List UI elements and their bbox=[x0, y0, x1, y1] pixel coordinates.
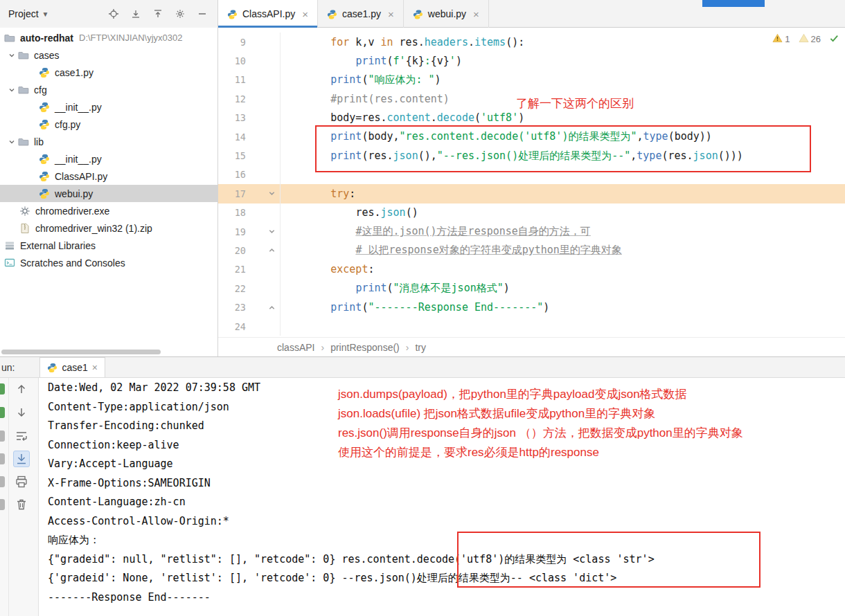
tree-item-init-py[interactable]: __init__.py bbox=[0, 98, 217, 116]
tree-item-webui-py[interactable]: webui.py bbox=[0, 185, 217, 202]
tab-close-icon[interactable]: × bbox=[92, 362, 98, 373]
gutter-line-19[interactable]: 19 bbox=[218, 222, 281, 241]
code-text[interactable]: #print(res.content) bbox=[281, 93, 450, 105]
editor-code-region[interactable]: 9 for k,v in res.headers.items():10 prin… bbox=[218, 28, 845, 337]
code-line-21[interactable]: 21 except: bbox=[218, 260, 845, 279]
gutter-line-15[interactable]: 15 bbox=[218, 146, 281, 165]
tree-item-label: chromedriver_win32 (1).zip bbox=[35, 223, 152, 234]
scroll-to-end-icon[interactable] bbox=[13, 451, 30, 467]
editor-tab-webui-py[interactable]: webui.py× bbox=[404, 0, 489, 28]
run-tab-case1[interactable]: case1 × bbox=[39, 357, 105, 377]
clear-all-trash-icon[interactable] bbox=[13, 496, 30, 513]
code-line-9[interactable]: 9 for k,v in res.headers.items(): bbox=[218, 33, 845, 51]
gutter-line-18[interactable]: 18 bbox=[218, 203, 281, 222]
code-text[interactable]: res.json() bbox=[281, 206, 418, 219]
next-occurrence-icon[interactable] bbox=[13, 404, 30, 421]
breadcrumb-item-printresponse[interactable]: printResponse() bbox=[330, 342, 400, 353]
code-line-17[interactable]: 17 try: bbox=[218, 184, 845, 203]
gutter-line-9[interactable]: 9 bbox=[218, 33, 281, 51]
settings-gear-icon[interactable] bbox=[175, 8, 186, 19]
line-number: 13 bbox=[218, 112, 246, 123]
tree-item-lib[interactable]: lib bbox=[0, 133, 217, 150]
gutter-line-24[interactable]: 24 bbox=[218, 317, 281, 336]
expand-all-icon[interactable] bbox=[130, 8, 141, 19]
gutter-line-23[interactable]: 23 bbox=[218, 298, 281, 316]
gutter-line-20[interactable]: 20 bbox=[218, 241, 281, 260]
code-text[interactable]: print("-------Response End-------") bbox=[281, 301, 549, 314]
line-number: 9 bbox=[218, 37, 246, 48]
tab-close-icon[interactable]: × bbox=[388, 9, 394, 19]
code-text[interactable]: print("响应体为: ") bbox=[281, 73, 441, 87]
editor-tab-case1-py[interactable]: case1.py× bbox=[318, 0, 404, 28]
fold-region-icon[interactable] bbox=[246, 190, 280, 197]
collapse-all-icon[interactable] bbox=[152, 8, 163, 19]
gutter-line-16[interactable]: 16 bbox=[218, 165, 281, 184]
gutter-line-11[interactable]: 11 bbox=[218, 71, 281, 89]
external-window-artifact bbox=[702, 0, 765, 7]
fold-end-icon[interactable] bbox=[246, 304, 280, 311]
pin-tab-icon[interactable] bbox=[0, 476, 5, 487]
tree-item-chromedriver-exe[interactable]: chromedriver.exe bbox=[0, 202, 217, 219]
fold-region-icon[interactable] bbox=[246, 228, 280, 235]
gutter-line-10[interactable]: 10 bbox=[218, 51, 281, 70]
project-horizontal-scrollbar[interactable] bbox=[1, 350, 161, 354]
prev-occurrence-icon[interactable] bbox=[13, 381, 30, 397]
expand-arrow-icon[interactable] bbox=[6, 86, 18, 94]
line-number: 16 bbox=[218, 169, 246, 180]
run-icon[interactable] bbox=[0, 407, 5, 418]
project-tool-title[interactable]: Project ▼ bbox=[0, 8, 48, 19]
close-tab-icon[interactable] bbox=[0, 499, 5, 510]
gutter-line-21[interactable]: 21 bbox=[218, 260, 281, 279]
locate-icon[interactable] bbox=[108, 8, 119, 19]
tab-close-icon[interactable]: × bbox=[473, 9, 479, 19]
python-icon bbox=[39, 67, 50, 78]
code-line-19[interactable]: 19 #这里的.json()方法是response自身的方法，可 bbox=[218, 222, 845, 241]
editor-tab-classapi-py[interactable]: ClassAPI.py× bbox=[218, 0, 318, 28]
code-text[interactable]: for k,v in res.headers.items(): bbox=[281, 36, 524, 48]
code-line-22[interactable]: 22 print("消息体不是json格式") bbox=[218, 279, 845, 298]
code-text[interactable]: except: bbox=[281, 263, 374, 275]
fold-end-icon[interactable] bbox=[246, 246, 280, 254]
tree-item-label: __init__.py bbox=[55, 102, 102, 113]
inspections-widget[interactable]: 1 26 bbox=[772, 33, 839, 45]
soft-wrap-icon[interactable] bbox=[13, 428, 30, 444]
code-line-23[interactable]: 23 print("-------Response End-------") bbox=[218, 298, 845, 316]
code-text[interactable]: try: bbox=[281, 188, 355, 200]
rerun-icon[interactable] bbox=[0, 383, 5, 395]
tree-item-auto-redhat[interactable]: auto-redhatD:\FTP\XINJIAN\yjyx0302 bbox=[0, 29, 217, 46]
code-line-18[interactable]: 18 res.json() bbox=[218, 203, 845, 222]
tree-item-external-libraries[interactable]: External Libraries bbox=[0, 237, 217, 254]
tree-item-cfg-py[interactable]: cfg.py bbox=[0, 116, 217, 133]
gutter-line-14[interactable]: 14 bbox=[218, 127, 281, 146]
gutter-line-17[interactable]: 17 bbox=[218, 184, 281, 203]
code-line-10[interactable]: 10 print(f'{k}:{v}') bbox=[218, 51, 845, 70]
code-text[interactable]: #这里的.json()方法是response自身的方法，可 bbox=[281, 225, 591, 238]
tab-close-icon[interactable]: × bbox=[302, 9, 308, 19]
code-text[interactable]: print("消息体不是json格式") bbox=[281, 282, 510, 295]
stop-icon[interactable] bbox=[0, 431, 5, 442]
tree-item-classapi-py[interactable]: ClassAPI.py bbox=[0, 167, 217, 185]
gutter-line-22[interactable]: 22 bbox=[218, 279, 281, 298]
gutter-line-12[interactable]: 12 bbox=[218, 89, 281, 108]
print-icon[interactable] bbox=[13, 473, 30, 490]
breadcrumb-item-classapi[interactable]: classAPI bbox=[277, 342, 314, 353]
code-line-24[interactable]: 24 bbox=[218, 317, 845, 336]
tree-item-chromedriver-win32-1-zip[interactable]: chromedriver_win32 (1).zip bbox=[0, 219, 217, 237]
restore-layout-icon[interactable] bbox=[0, 453, 5, 464]
hide-panel-icon[interactable] bbox=[197, 8, 208, 19]
code-text[interactable]: body=res.content.decode('utf8') bbox=[281, 111, 524, 124]
code-line-20[interactable]: 20 # 以把response对象的字符串变成python里的字典对象 bbox=[218, 241, 845, 260]
console-line: X-Frame-Options:SAMEORIGIN bbox=[48, 477, 845, 496]
tree-item-scratches-and-consoles[interactable]: Scratches and Consoles bbox=[0, 254, 217, 271]
code-text[interactable]: print(f'{k}:{v}') bbox=[281, 55, 462, 67]
code-text[interactable]: # 以把response对象的字符串变成python里的字典对象 bbox=[281, 244, 622, 257]
tree-item-init-py[interactable]: __init__.py bbox=[0, 150, 217, 167]
expand-arrow-icon[interactable] bbox=[6, 138, 18, 146]
breadcrumb-item-try[interactable]: try bbox=[415, 342, 426, 353]
tree-item-case1-py[interactable]: case1.py bbox=[0, 64, 217, 81]
tree-item-cases[interactable]: cases bbox=[0, 46, 217, 64]
code-line-11[interactable]: 11 print("响应体为: ") bbox=[218, 71, 845, 89]
tree-item-cfg[interactable]: cfg bbox=[0, 81, 217, 98]
expand-arrow-icon[interactable] bbox=[6, 51, 18, 60]
gutter-line-13[interactable]: 13 bbox=[218, 109, 281, 127]
